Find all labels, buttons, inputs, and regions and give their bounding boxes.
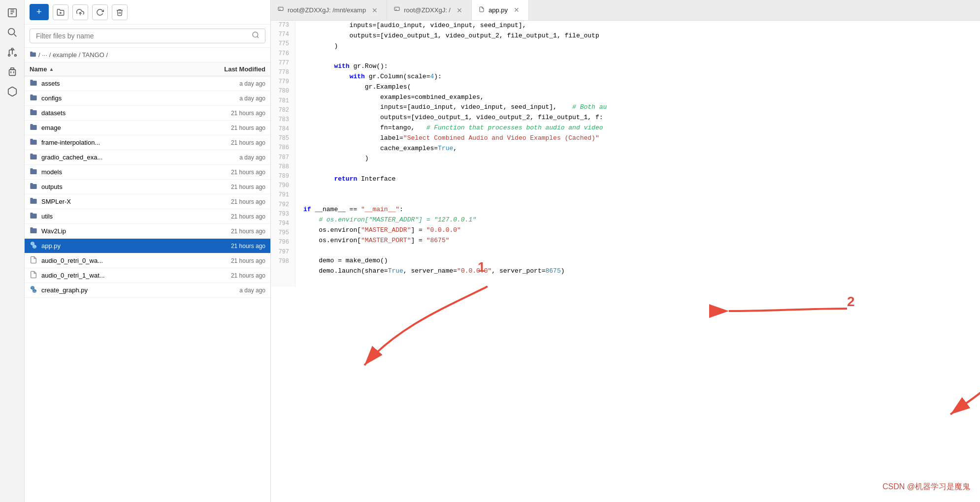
file-name: gradio_cached_exa... [41,154,187,161]
table-row[interactable]: models 21 hours ago [25,165,270,180]
upload-button[interactable] [72,4,88,20]
svg-rect-18 [394,7,399,11]
file-name: audio_0_retri_0_wa... [41,257,187,264]
code-line: if __name__ == "__main__": [303,205,972,215]
tab-label: root@ZDXXgJ: / [404,6,451,14]
folder-icon [30,138,37,147]
table-row[interactable]: app.py 21 hours ago [25,239,270,253]
column-modified-header[interactable]: Last Modified [187,65,265,73]
file-table-header: Name ▲ Last Modified [25,63,270,76]
editor-tab[interactable]: root@ZDXXgJ: / ✕ [387,0,472,20]
table-row[interactable]: audio_0_retri_1_wat... 21 hours ago [25,268,270,283]
line-number: 788 [277,162,289,172]
table-row[interactable]: assets a day ago [25,76,270,91]
editor-tab[interactable]: root@ZDXXgJ: /mnt/examp ✕ [271,0,387,20]
code-line: gr.Examples( [303,82,972,93]
line-number: 777 [277,59,289,68]
search-input[interactable] [30,29,265,43]
file-name: models [41,168,187,176]
code-line: return Interface [303,174,972,185]
line-number: 775 [277,39,289,49]
activity-git-icon[interactable] [3,43,21,61]
line-number: 797 [277,248,289,257]
code-line: demo.launch(share=True, server_name="0.0… [303,266,972,277]
line-numbers: 7737747757767777787797807817827837847857… [271,21,295,287]
code-line: outputs=[video_output_1, video_output_2,… [303,113,972,123]
table-row[interactable]: create_graph.py a day ago [25,283,270,298]
table-row[interactable]: emage 21 hours ago [25,121,270,135]
line-number: 774 [277,30,289,39]
svg-rect-16 [278,7,283,11]
file-name: app.py [41,242,187,250]
folder-icon [30,51,36,59]
file-icon [30,256,37,265]
breadcrumb-path: / ··· / example / TANGO / [38,51,108,59]
editor-tab[interactable]: app.py ✕ [472,0,529,21]
line-number: 776 [277,49,289,59]
folder-icon [30,123,37,132]
file-modified: 21 hours ago [187,198,265,205]
sort-arrow-icon: ▲ [49,66,54,72]
python-icon [30,285,37,295]
file-name: Wav2Lip [41,227,187,235]
tab-icon [278,6,284,14]
code-line: os.environ["MASTER_ADDR"] = "0.0.0.0" [303,225,972,236]
file-icon [30,271,37,280]
folder-icon [30,108,37,118]
sidebar: + [25,0,271,502]
svg-line-2 [14,34,16,37]
file-modified: 21 hours ago [187,110,265,117]
column-name-header[interactable]: Name ▲ [30,65,187,73]
line-number: 773 [277,21,289,30]
clear-button[interactable] [112,4,128,20]
tab-icon [394,6,400,14]
tab-close-button[interactable]: ✕ [455,5,464,15]
svg-point-5 [14,55,16,57]
activity-search-icon[interactable] [3,24,21,41]
table-row[interactable]: configs a day ago [25,91,270,106]
table-row[interactable]: SMPLer-X 21 hours ago [25,194,270,209]
code-line: inputs=[audio_input, video_input, seed_i… [303,102,972,113]
new-button[interactable]: + [30,4,49,20]
file-modified: 21 hours ago [187,228,265,235]
code-line [303,164,972,174]
line-number: 779 [277,77,289,87]
table-row[interactable]: gradio_cached_exa... a day ago [25,150,270,165]
sidebar-toolbar: + [25,0,270,25]
line-number: 792 [277,200,289,210]
table-row[interactable]: frame-interpolation... 21 hours ago [25,135,270,150]
line-number: 783 [277,115,289,125]
file-name: emage [41,124,187,131]
tab-bar: root@ZDXXgJ: /mnt/examp ✕ root@ZDXXgJ: /… [271,0,980,21]
file-modified: a day ago [187,287,265,294]
tab-label: app.py [489,6,508,14]
file-name: assets [41,80,187,87]
search-bar [25,25,270,48]
line-number: 789 [277,172,289,181]
file-modified: 21 hours ago [187,139,265,146]
activity-debug-icon[interactable] [3,63,21,81]
file-name: audio_0_retri_1_wat... [41,272,187,279]
line-number: 782 [277,106,289,115]
line-number: 787 [277,153,289,162]
line-number: 786 [277,143,289,153]
tab-close-button[interactable]: ✕ [370,5,380,15]
table-row[interactable]: utils 21 hours ago [25,209,270,224]
file-modified: a day ago [187,95,265,102]
table-row[interactable]: Wav2Lip 21 hours ago [25,224,270,239]
svg-point-10 [253,32,258,37]
folder-icon [30,167,37,177]
file-modified: 21 hours ago [187,243,265,250]
activity-extensions-icon[interactable] [3,83,21,100]
table-row[interactable]: outputs 21 hours ago [25,180,270,194]
table-row[interactable]: audio_0_retri_0_wa... 21 hours ago [25,253,270,268]
new-folder-button[interactable] [53,4,68,20]
table-row[interactable]: datasets 21 hours ago [25,106,270,121]
activity-bar [0,0,25,502]
code-editor[interactable]: 7737747757767777787797807817827837847857… [271,21,980,502]
tab-close-button[interactable]: ✕ [512,5,522,15]
line-number: 791 [277,190,289,200]
refresh-button[interactable] [92,4,108,20]
breadcrumb: / ··· / example / TANGO / [25,48,270,63]
activity-files-icon[interactable] [3,4,21,22]
